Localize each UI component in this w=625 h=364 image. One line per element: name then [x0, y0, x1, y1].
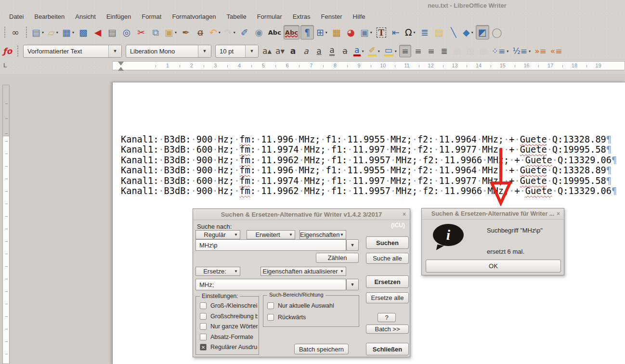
menu-extras[interactable]: Extras	[287, 12, 316, 22]
grow-font-icon[interactable]: a▴	[261, 45, 273, 57]
menu-format[interactable]: Format	[136, 12, 167, 22]
basic-shapes-icon[interactable]: ◆▾	[461, 25, 475, 39]
bold-a-icon[interactable]: a	[287, 45, 299, 57]
show-draw-functions-icon[interactable]: ◩	[476, 25, 489, 39]
chevron-down-icon[interactable]: ▾	[42, 30, 44, 35]
toolbar-grip[interactable]	[3, 26, 6, 39]
chevron-down-icon[interactable]: ▼	[108, 45, 121, 57]
underline-a-icon[interactable]: a	[313, 45, 325, 57]
strikethrough-a-icon[interactable]: a	[339, 45, 351, 57]
align-right-icon[interactable]: ≡	[425, 45, 437, 57]
chevron-down-icon[interactable]: ▾	[414, 30, 416, 35]
search-button[interactable]: Suchen	[366, 236, 409, 249]
insert-line-icon[interactable]: ╲	[447, 25, 460, 39]
shrink-font-icon[interactable]: a▾	[274, 45, 286, 57]
find-replace-icon[interactable]: ✐	[238, 25, 251, 39]
spacing-3-icon[interactable]: ▤	[477, 45, 489, 57]
extended-dropdown[interactable]: Erweitert ▼	[247, 230, 295, 239]
spacing-1-icon[interactable]: ▤	[451, 45, 463, 57]
unchecked-checkbox-icon[interactable]	[200, 323, 207, 330]
spellcheck-icon[interactable]: Abc	[267, 25, 283, 39]
insert-table-icon[interactable]: ⊞▾	[315, 25, 329, 39]
search-all-button[interactable]: Suche alle	[366, 253, 409, 264]
zoom-icon[interactable]: ◯	[490, 25, 504, 39]
chevron-down-icon[interactable]: ▼	[245, 45, 258, 57]
close-icon[interactable]: ×	[557, 210, 560, 217]
vertical-ruler[interactable]	[2, 85, 10, 364]
unchecked-checkbox-icon[interactable]	[200, 334, 207, 340]
new-document-icon[interactable]: ▤▾	[30, 25, 45, 39]
chevron-down-icon[interactable]: ▾	[370, 30, 372, 35]
chevron-down-icon[interactable]: ▾	[362, 49, 364, 53]
chevron-down-icon[interactable]: ▾	[56, 30, 58, 35]
close-button[interactable]: Schließen	[366, 343, 409, 355]
special-character-icon[interactable]: Ω▾	[404, 25, 417, 39]
ok-button[interactable]: OK	[426, 260, 561, 273]
print-preview-icon[interactable]: ◎	[120, 25, 133, 39]
font-size-combo[interactable]: 10 pt ▼	[215, 45, 259, 58]
clone-formatting-icon[interactable]: ✒	[179, 25, 193, 39]
chevron-down-icon[interactable]: ▾	[395, 49, 397, 53]
italic-a-icon[interactable]: a	[300, 45, 312, 57]
replace-all-button[interactable]: Ersetze alle	[366, 292, 409, 303]
dialog-title-bar[interactable]: Suchen & Ersetzen-Alternative für Writer…	[422, 208, 564, 220]
macro-logo-icon[interactable]: ƒo	[1, 45, 13, 57]
help-button[interactable]: ?	[378, 313, 396, 322]
menu-hilfe[interactable]: Hilfe	[348, 12, 371, 22]
menu-ansicht[interactable]: Ansicht	[70, 12, 101, 22]
menu-fenster[interactable]: Fenster	[316, 12, 348, 22]
insert-image-icon[interactable]: ▦	[330, 25, 343, 39]
align-center-icon[interactable]: ≡	[412, 45, 424, 57]
toolbar-grip[interactable]	[16, 45, 19, 57]
regular-dropdown[interactable]: Regulär ▼	[195, 230, 240, 239]
unchecked-checkbox-icon[interactable]	[267, 302, 274, 309]
insert-field-icon[interactable]: ≣	[418, 25, 431, 39]
chevron-down-icon[interactable]: ▾	[326, 30, 327, 35]
chevron-down-icon[interactable]: ▾	[234, 30, 235, 35]
unchecked-checkbox-icon[interactable]	[200, 313, 207, 320]
replace-dropdown[interactable]: Ersetze: ▼	[195, 267, 240, 276]
insert-chart-icon[interactable]: ◕	[344, 25, 358, 39]
document-text[interactable]: Kanal1:·B3dB:·900·Hz;·fm:·11.996·MHz;·f1…	[121, 134, 617, 196]
decrease-indent-icon[interactable]: «≡	[549, 45, 564, 57]
export-pdf-icon[interactable]: ◀	[91, 25, 104, 39]
chevron-down-icon[interactable]: ▾	[507, 49, 508, 53]
undo-icon[interactable]: ↶▾	[208, 25, 222, 39]
redo-icon[interactable]: ↷▾	[223, 25, 237, 39]
setting-checkbox[interactable]: Großschreibung beib	[200, 313, 258, 320]
setting-checkbox[interactable]: Absatz-Formate	[200, 334, 258, 340]
update-properties-dropdown[interactable]: Eigenschaften aktualisierer ▼	[260, 267, 346, 276]
font-color-icon[interactable]: a▾	[352, 45, 365, 57]
replace-input[interactable]: MHz;	[195, 279, 346, 290]
batch-save-button[interactable]: Batch speichern	[294, 344, 349, 354]
insert-comment-icon[interactable]: ▤	[432, 25, 446, 39]
print-icon[interactable]: ▤	[105, 25, 119, 39]
chevron-down-icon[interactable]: ▾	[219, 30, 221, 35]
insert-textbox-icon[interactable]: T	[375, 25, 388, 39]
open-file-icon[interactable]: ▱▾	[46, 25, 60, 39]
bullet-list-icon[interactable]: ⁘≡▾	[490, 45, 510, 57]
chevron-down-icon[interactable]: ▾	[175, 30, 177, 35]
unchecked-checkbox-icon[interactable]	[267, 314, 274, 321]
save-icon[interactable]: ▦▾	[61, 25, 76, 39]
cut-icon[interactable]: ✂	[134, 25, 148, 39]
setting-checkbox[interactable]: Groß-/Kleinschreibun	[200, 302, 258, 309]
chevron-down-icon[interactable]: ▾	[529, 49, 531, 53]
align-left-icon[interactable]: ≡	[399, 45, 411, 57]
paste-icon[interactable]: ▣▾	[163, 25, 178, 39]
setting-checkbox[interactable]: Nur ganze Wörter	[200, 323, 258, 330]
menu-einfgen[interactable]: Einfügen	[101, 12, 136, 22]
tab-stop-selector[interactable]: L	[3, 62, 7, 69]
paragraph-style-combo[interactable]: Vorformatierter Text ▼	[23, 45, 122, 58]
spacing-2-icon[interactable]: ▤	[464, 45, 476, 57]
increase-indent-icon[interactable]: »≡	[533, 45, 548, 57]
replace-button[interactable]: Ersetzen	[366, 275, 409, 288]
replace-history-dropdown-icon[interactable]: ▼	[346, 279, 359, 290]
find-toolbar-icon[interactable]: ∞	[9, 25, 22, 39]
menu-formatvorlagen[interactable]: Formatvorlagen	[167, 12, 221, 22]
chevron-down-icon[interactable]: ▾	[72, 30, 74, 35]
menu-tabelle[interactable]: Tabelle	[221, 12, 251, 22]
search-history-dropdown-icon[interactable]: ▼	[346, 239, 359, 251]
properties-dropdown[interactable]: Eigenschaften ▼	[299, 230, 346, 239]
scope-checkbox[interactable]: Nur aktuelle Auswahl	[267, 302, 358, 309]
